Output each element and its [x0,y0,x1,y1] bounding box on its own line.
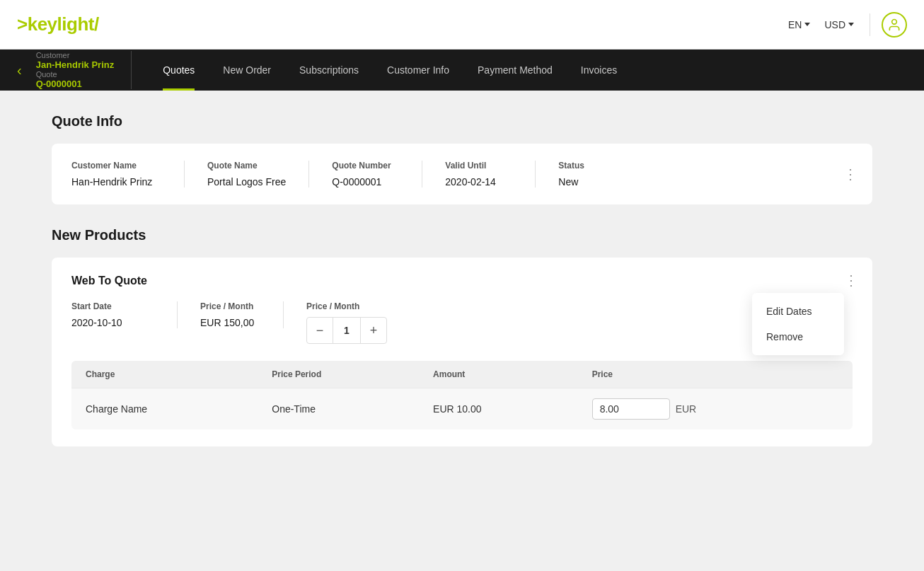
quantity-value: 1 [333,318,361,343]
nav-bar: ‹ Customer Jan-Hendrik Prinz Quote Q-000… [0,50,924,91]
lang-chevron-icon [804,23,810,26]
quote-info-grid: Customer Name Han-Hendrik Prinz Quote Na… [71,161,853,188]
nav-item-subscriptions[interactable]: Subscriptions [285,50,373,91]
currency-chevron-icon [848,23,854,26]
svg-point-0 [892,19,897,24]
nav-item-payment-method[interactable]: Payment Method [463,50,567,91]
product-card: Web To Quote Start Date 2020-10-10 Price… [52,258,872,446]
quote-info-title: Quote Info [52,113,872,129]
currency-label: USD [824,19,845,30]
top-header: >keylight/ EN USD [0,0,924,50]
nav-items: Quotes New Order Subscriptions Customer … [149,50,631,91]
header-right: EN USD [784,12,907,38]
logo-bracket-left: > [17,13,28,35]
header-divider [870,13,870,36]
valid-until-label: Valid Until [445,161,512,171]
quote-field-status: Status New [536,161,649,188]
product-title: Web To Quote [71,275,853,287]
product-options-button[interactable]: ⋮ [844,272,858,289]
product-fields: Start Date 2020-10-10 Price / Month EUR … [71,301,853,344]
quote-number-label: Quote Number [332,161,399,171]
price-input[interactable] [592,398,670,420]
quote-number-value: Q-0000001 [332,176,399,188]
nav-item-new-order[interactable]: New Order [209,50,285,91]
customer-name-label: Customer Name [71,161,161,171]
new-products-title: New Products [52,227,872,243]
quote-field-valid-until: Valid Until 2020-02-14 [422,161,536,188]
quantity-decrease-button[interactable]: − [307,318,333,343]
start-date-value: 2020-10-10 [71,317,154,328]
product-field-start-date: Start Date 2020-10-10 [71,301,178,328]
nav-item-customer-info[interactable]: Customer Info [373,50,463,91]
price-cell: EUR [578,388,853,430]
edit-dates-menu-item[interactable]: Edit Dates [752,299,844,324]
quantity-label: Price / Month [306,301,387,311]
product-field-price-month: Price / Month EUR 150,00 [178,301,284,328]
back-button[interactable]: ‹ [17,62,22,79]
price-month-value: EUR 150,00 [200,317,260,328]
charges-table-header: Charge Price Period Amount Price [71,361,853,388]
price-input-wrapper: EUR [592,398,838,420]
quote-breadcrumb-label: Quote [36,70,115,79]
price-col-header: Price [578,361,853,388]
quote-field-customer-name: Customer Name Han-Hendrik Prinz [71,161,185,188]
charges-table-body: Charge Name One-Time EUR 10.00 EUR [71,388,853,430]
price-month-label: Price / Month [200,301,260,311]
currency-selector[interactable]: USD [820,16,858,33]
amount-col-header: Amount [419,361,578,388]
quantity-stepper: − 1 + [306,317,387,344]
start-date-label: Start Date [71,301,154,311]
customer-name-value: Han-Hendrik Prinz [71,176,161,188]
product-dropdown-menu: Edit Dates Remove [752,293,844,355]
quote-breadcrumb-value: Q-0000001 [36,79,115,89]
amount-cell: EUR 10.00 [419,388,578,430]
customer-breadcrumb-value: Jan-Hendrik Prinz [36,59,115,70]
quote-info-card: Customer Name Han-Hendrik Prinz Quote Na… [52,144,872,204]
language-selector[interactable]: EN [784,16,814,33]
quote-name-value: Portal Logos Free [207,176,286,188]
price-period-cell: One-Time [258,388,419,430]
charge-col-header: Charge [71,361,258,388]
quote-field-quote-name: Quote Name Portal Logos Free [185,161,309,188]
status-value: New [558,176,626,188]
customer-breadcrumb-label: Customer [36,51,115,59]
product-field-quantity: Price / Month − 1 + [284,301,410,344]
breadcrumb: Customer Jan-Hendrik Prinz Quote Q-00000… [36,51,132,89]
user-icon [887,18,901,32]
table-row: Charge Name One-Time EUR 10.00 EUR [71,388,853,430]
price-period-col-header: Price Period [258,361,419,388]
price-currency-label: EUR [676,403,697,415]
remove-menu-item[interactable]: Remove [752,324,844,350]
valid-until-value: 2020-02-14 [445,176,512,188]
nav-item-quotes[interactable]: Quotes [149,50,209,91]
quote-name-label: Quote Name [207,161,286,171]
logo: >keylight/ [17,13,99,35]
quote-info-options-button[interactable]: ⋮ [843,167,858,181]
charges-table: Charge Price Period Amount Price Charge … [71,361,853,429]
nav-item-invoices[interactable]: Invoices [567,50,631,91]
lang-label: EN [788,19,802,30]
logo-text: keylight [28,13,94,35]
quote-field-quote-number: Quote Number Q-0000001 [309,161,422,188]
charge-name-cell: Charge Name [71,388,258,430]
main-content: Quote Info Customer Name Han-Hendrik Pri… [23,91,901,469]
status-label: Status [558,161,626,171]
quantity-increase-button[interactable]: + [361,318,386,343]
user-avatar[interactable] [882,12,907,38]
logo-slash: / [94,13,99,35]
